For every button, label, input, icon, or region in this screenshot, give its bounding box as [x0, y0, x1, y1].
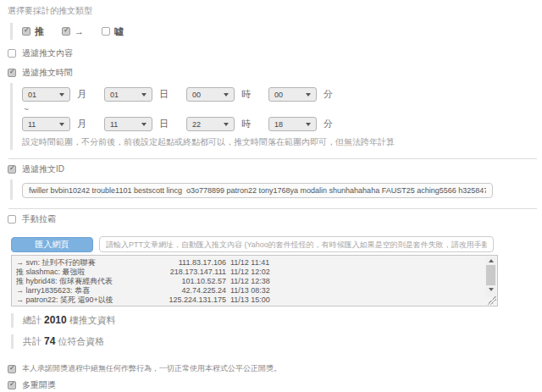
- arrow-checkbox-label: →: [75, 26, 84, 36]
- filter-content-row[interactable]: 過濾推文內容: [8, 47, 542, 59]
- from-minute-select[interactable]: 00: [268, 87, 317, 102]
- filter-id-label: 過濾推文ID: [22, 163, 64, 175]
- day-unit-label: 日: [159, 118, 169, 130]
- chevron-down-icon: [141, 93, 147, 97]
- fairness-promise-row[interactable]: 本人承諾開獎過程中絕無任何作弊行為，一切正常使用本程式公平公正開獎。: [8, 363, 542, 374]
- chevron-down-icon: [306, 93, 311, 97]
- push-line: → larry1835623: 恭喜42.74.225.2411/13 08:3…: [16, 286, 482, 295]
- minute-unit-label: 分: [324, 88, 333, 101]
- time-range-hint: 設定時間範圍，不分前後，前後設定起點或終點都可以，推文時間落在範圍內即可，但無法…: [22, 136, 542, 148]
- filter-time-checkbox[interactable]: [8, 69, 16, 77]
- filter-content-checkbox[interactable]: [8, 49, 16, 58]
- scroll-up-icon[interactable]: [489, 259, 494, 262]
- arrow-checkbox[interactable]: [62, 27, 70, 36]
- push-line: → patron22: 笑死 還90+以後125.224.131.17511/1…: [16, 295, 482, 305]
- to-hour-select[interactable]: 22: [186, 117, 235, 131]
- qualified-count: 74: [44, 335, 55, 347]
- manual-pull-label: 手動拉霸: [22, 213, 56, 225]
- total-qualified-row: 共計74位符合資格: [11, 334, 542, 349]
- manual-pull-checkbox[interactable]: [8, 215, 16, 224]
- total-floors-count: 2010: [44, 314, 67, 326]
- time-range-panel: 01 月 01 日 00 時 00 分 ~ 11 月 11: [10, 83, 542, 150]
- multi-draw-row[interactable]: 多重開獎: [8, 379, 542, 391]
- push-line: 推 slashmac: 最強啦218.173.147.11111/12 12:0…: [16, 268, 482, 277]
- boo-checkbox-label: 噓: [114, 25, 124, 38]
- scrollbar[interactable]: [485, 257, 496, 297]
- from-day-select[interactable]: 01: [104, 87, 152, 102]
- filter-id-panel: [10, 179, 542, 200]
- push-list-textarea[interactable]: → svn: 扯到不行的聯賽111.83.17.10611/12 11:41 推…: [11, 255, 498, 306]
- chevron-down-icon: [306, 123, 311, 126]
- multi-draw-label: 多重開獎: [22, 379, 56, 391]
- chevron-down-icon: [141, 123, 147, 126]
- push-type-option-push[interactable]: 推: [22, 25, 44, 38]
- fairness-promise-checkbox[interactable]: [8, 365, 16, 373]
- hour-unit-label: 時: [241, 118, 251, 130]
- resize-grip-icon[interactable]: [488, 296, 496, 305]
- to-day-select[interactable]: 11: [104, 117, 152, 131]
- id-filter-input[interactable]: [22, 183, 493, 198]
- filter-id-checkbox[interactable]: [8, 165, 16, 174]
- chevron-down-icon: [224, 93, 229, 97]
- article-url-input[interactable]: [99, 236, 494, 252]
- total-floors-row: 總計2010樓推文資料: [11, 313, 542, 328]
- filter-time-label: 過濾推文時間: [22, 67, 73, 79]
- filter-id-row[interactable]: 過濾推文ID: [8, 163, 542, 175]
- push-type-section-label: 選擇要採計的推文類型: [8, 5, 542, 17]
- time-range-tilde: ~: [24, 105, 542, 114]
- push-checkbox-label: 推: [35, 25, 44, 38]
- push-line: 推 hybrid48: 假球賽經典代表101.10.52.5711/12 12:…: [16, 277, 482, 286]
- to-minute-select[interactable]: 18: [268, 117, 317, 131]
- chevron-down-icon: [59, 123, 64, 126]
- manual-pull-row[interactable]: 手動拉霸: [8, 213, 542, 225]
- section-divider: [8, 158, 537, 159]
- day-unit-label: 日: [159, 88, 169, 101]
- chevron-down-icon: [59, 93, 64, 97]
- push-checkbox[interactable]: [22, 27, 30, 36]
- section-divider: [8, 208, 537, 209]
- push-type-options: 推 → 噓: [22, 25, 542, 38]
- scrollbar-thumb[interactable]: [486, 265, 495, 285]
- hour-unit-label: 時: [241, 88, 251, 101]
- month-unit-label: 月: [77, 88, 86, 101]
- push-type-option-arrow[interactable]: →: [62, 26, 84, 36]
- filter-time-row[interactable]: 過濾推文時間: [8, 67, 542, 79]
- time-to-row: 11 月 11 日 22 時 18 分: [22, 117, 542, 131]
- time-from-row: 01 月 01 日 00 時 00 分: [22, 87, 542, 102]
- minute-unit-label: 分: [324, 118, 333, 130]
- fairness-promise-label: 本人承諾開獎過程中絕無任何作弊行為，一切正常使用本程式公平公正開獎。: [22, 363, 281, 374]
- to-month-select[interactable]: 11: [22, 117, 70, 131]
- from-month-select[interactable]: 01: [22, 87, 70, 102]
- scroll-down-icon[interactable]: [489, 288, 494, 291]
- month-unit-label: 月: [77, 118, 86, 130]
- push-line: → svn: 扯到不行的聯賽111.83.17.10611/12 11:41: [16, 258, 482, 268]
- import-row: 匯入網頁: [11, 236, 542, 252]
- boo-checkbox[interactable]: [102, 27, 110, 36]
- ptt-lottery-form: 選擇要採計的推文類型 推 → 噓 過濾推文內容 過濾推文時間 01: [0, 0, 542, 392]
- from-hour-select[interactable]: 00: [186, 87, 235, 102]
- push-type-panel: 推 → 噓: [10, 23, 542, 40]
- import-url-button[interactable]: 匯入網頁: [11, 237, 93, 252]
- chevron-down-icon: [224, 123, 229, 126]
- filter-content-label: 過濾推文內容: [22, 47, 73, 59]
- push-type-option-boo[interactable]: 噓: [102, 25, 124, 38]
- multi-draw-checkbox[interactable]: [8, 381, 16, 389]
